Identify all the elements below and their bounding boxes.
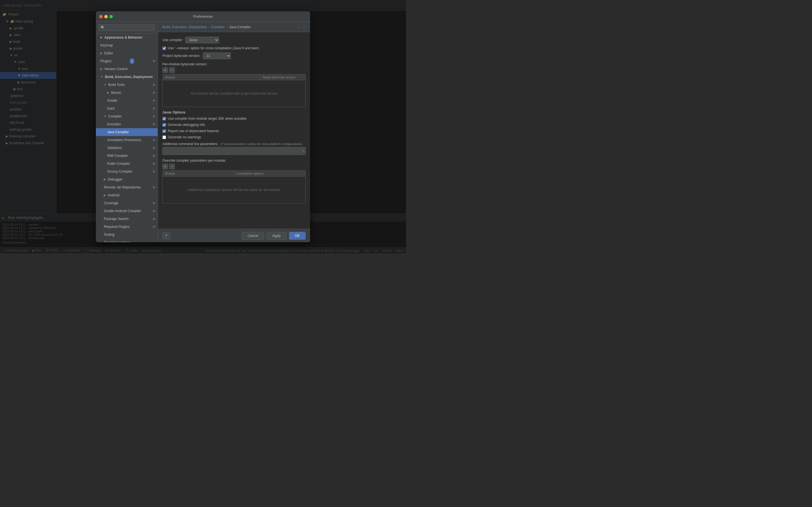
per-module-col1: Module	[163, 74, 260, 80]
compilation-col1: Module	[163, 171, 234, 176]
per-module-label: Per-module bytecode version:	[162, 62, 207, 66]
javac-options-title: Javac Options	[162, 110, 306, 114]
nav-back-button[interactable]: ←	[297, 25, 301, 29]
ok-button[interactable]: OK	[289, 232, 306, 240]
project-bytecode-label: Project bytecode version:	[162, 54, 200, 58]
release-option-checkbox[interactable]	[162, 47, 166, 50]
nav-build-exec[interactable]: ▼ Build, Execution, Deployment	[96, 73, 158, 81]
use-compiler-jdk-label: Use compiler from module target JDK when…	[168, 117, 246, 121]
use-compiler-select[interactable]: Javac Eclipse Ajc	[185, 37, 219, 43]
remote-jar-gear-icon: ⚙	[153, 184, 155, 190]
override-remove-button[interactable]: −	[169, 164, 175, 169]
override-table-actions: + −	[162, 164, 306, 169]
override-add-button[interactable]: +	[162, 164, 168, 169]
dialog-search	[96, 22, 158, 34]
nav-forward-button[interactable]: →	[302, 25, 306, 29]
use-compiler-label: Use compiler:	[162, 38, 183, 42]
maximize-button[interactable]	[109, 15, 113, 18]
validation-gear-icon: ⚙	[153, 145, 155, 151]
nav-groovy-compiler[interactable]: Groovy Compiler ⚙	[96, 168, 158, 175]
coverage-gear-icon: ⚙	[153, 200, 155, 206]
nav-version-control[interactable]: ▶ Version Control	[96, 65, 158, 73]
compiler-gear-icon: ⚙	[153, 114, 155, 119]
nav-compiler[interactable]: ▼ Compiler ⚙	[96, 112, 158, 120]
expand-icon[interactable]: ⤡	[302, 149, 305, 153]
nav-required-plugins[interactable]: Required Plugins ⚙	[96, 223, 158, 231]
nav-plugins[interactable]: Plugins 1 ⚙	[96, 57, 158, 65]
search-input[interactable]	[98, 24, 155, 31]
required-plugins-gear-icon: ⚙	[153, 224, 155, 230]
additional-params-input[interactable]	[162, 147, 306, 155]
groovy-gear-icon: ⚙	[153, 169, 155, 174]
cancel-button[interactable]: Cancel	[242, 232, 264, 240]
nav-editor[interactable]: ▶ Editor	[96, 49, 158, 57]
close-button[interactable]	[99, 15, 103, 18]
per-module-table: Module Target bytecode version All modul…	[162, 74, 306, 107]
nav-excludes[interactable]: Excludes ⚙	[96, 120, 158, 128]
maven-gear-icon: ⚙	[153, 90, 155, 96]
additional-params-hint: ('/' recommended in paths for cross-plat…	[220, 142, 302, 146]
nav-kotlin-compiler[interactable]: Kotlin Compiler ⚙	[96, 160, 158, 168]
excludes-gear-icon: ⚙	[153, 121, 155, 127]
gradle-gear-icon: ⚙	[153, 98, 155, 103]
rmi-gear-icon: ⚙	[153, 153, 155, 159]
additional-params-label-row: Additional command line parameters: ('/'…	[162, 142, 306, 146]
apply-button[interactable]: Apply	[266, 232, 287, 240]
nav-maven[interactable]: ▶ Maven ⚙	[96, 89, 158, 97]
nav-coverage[interactable]: Coverage ⚙	[96, 199, 158, 207]
nav-java-compiler[interactable]: Java Compiler	[96, 128, 158, 136]
help-button[interactable]: ?	[162, 232, 170, 239]
breadcrumb-part2[interactable]: Compiler	[211, 25, 225, 29]
report-deprecated-checkbox[interactable]	[162, 129, 166, 133]
modal-overlay: Preferences ▶ Appearance & Behavior Keym…	[0, 0, 406, 253]
nav-gradle[interactable]: Gradle ⚙	[96, 97, 158, 105]
breadcrumb-part3: Java Compiler	[229, 25, 251, 29]
per-module-col2: Target bytecode version	[260, 74, 305, 80]
dialog-title: Preferences	[193, 14, 213, 18]
dialog-nav: ▶ Appearance & Behavior Keymap ▶ Editor …	[96, 34, 158, 242]
compilation-table: Module Compilation options Additional co…	[162, 170, 306, 203]
nav-keymap[interactable]: Keymap	[96, 41, 158, 49]
dialog-left-panel: ▶ Appearance & Behavior Keymap ▶ Editor …	[96, 22, 158, 242]
no-warnings-checkbox[interactable]	[162, 135, 166, 139]
nav-rmi-compiler[interactable]: RMI Compiler ⚙	[96, 152, 158, 160]
release-option-row: Use '--release' option for cross-compila…	[162, 46, 306, 50]
nav-testing[interactable]: Testing	[96, 231, 158, 238]
nav-appearance[interactable]: ▶ Appearance & Behavior	[96, 34, 158, 41]
nav-annotation-processors[interactable]: Annotation Processors ⚙	[96, 136, 158, 144]
generate-debug-checkbox[interactable]	[162, 123, 166, 127]
breadcrumb-sep2: ›	[226, 25, 227, 29]
dialog-content: Use compiler: Javac Eclipse Ajc Use '--r…	[158, 32, 310, 229]
nav-validation[interactable]: Validation ⚙	[96, 144, 158, 152]
project-bytecode-row: Project bytecode version: 89101112 13141…	[162, 52, 306, 59]
nav-remote-jar[interactable]: Remote Jar Repositories ⚙	[96, 183, 158, 191]
nav-trusted-locations[interactable]: Trusted Locations	[96, 238, 158, 242]
nav-build-tools[interactable]: ▼ Build Tools ⚙	[96, 81, 158, 89]
breadcrumb-part1[interactable]: Build, Execution, Deployment	[162, 25, 207, 29]
traffic-lights	[99, 15, 113, 18]
annotation-gear-icon: ⚙	[153, 137, 155, 143]
nav-android[interactable]: ▶ Android	[96, 191, 158, 199]
report-deprecated-label: Report use of deprecated features	[168, 129, 219, 133]
nav-debugger[interactable]: ▶ Debugger	[96, 175, 158, 183]
per-module-add-button[interactable]: +	[162, 67, 168, 73]
generate-debug-label: Generate debugging info	[168, 123, 205, 127]
use-compiler-jdk-checkbox[interactable]	[162, 117, 166, 121]
checkbox-use-compiler-jdk: Use compiler from module target JDK when…	[162, 117, 306, 121]
per-module-remove-button[interactable]: −	[169, 67, 175, 73]
additional-params-section: Additional command line parameters: ('/'…	[162, 142, 306, 155]
project-bytecode-select[interactable]: 89101112 1314151617	[203, 52, 231, 59]
minimize-button[interactable]	[104, 15, 108, 18]
per-module-row: Per-module bytecode version:	[162, 62, 306, 66]
nav-package-search[interactable]: Package Search ⚙	[96, 215, 158, 223]
plugins-gear-icon: ⚙	[153, 58, 155, 64]
build-tools-gear-icon: ⚙	[153, 82, 155, 88]
per-module-table-actions: + −	[162, 67, 306, 73]
nav-gradle-android[interactable]: Gradle-Android Compiler ⚙	[96, 207, 158, 215]
checkbox-report-deprecated: Report use of deprecated features	[162, 129, 306, 133]
no-warnings-label: Generate no warnings	[168, 135, 201, 139]
gant-gear-icon: ⚙	[153, 106, 155, 111]
breadcrumb-sep1: ›	[208, 25, 209, 29]
dialog-body: ▶ Appearance & Behavior Keymap ▶ Editor …	[96, 22, 310, 242]
nav-gant[interactable]: Gant ⚙	[96, 105, 158, 112]
